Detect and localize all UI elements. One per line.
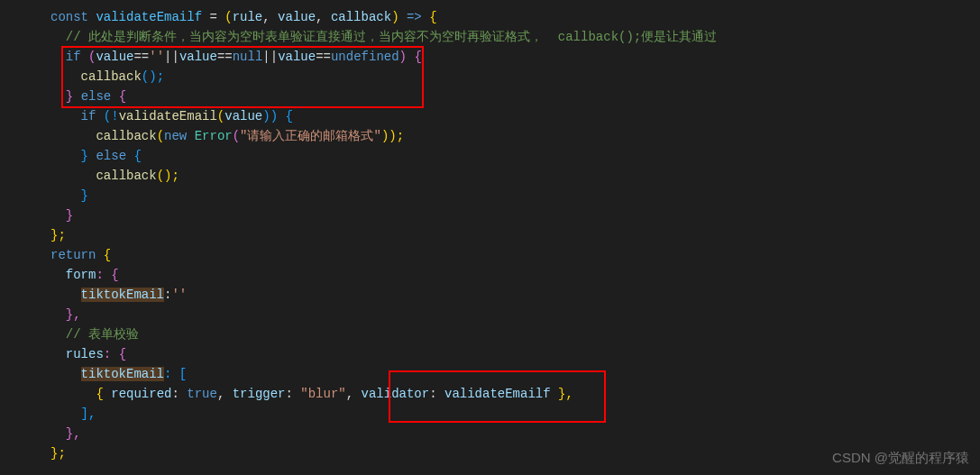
code-line: if (value==''||value==null||value==undef…: [50, 47, 980, 67]
code-line: ],: [50, 404, 980, 424]
code-line: }: [50, 186, 980, 206]
code-line: callback();: [50, 67, 980, 87]
code-line: } else {: [50, 146, 980, 166]
watermark: CSDN @觉醒的程序猿: [832, 448, 969, 468]
code-line: },: [50, 305, 980, 324]
code-line: tiktokEmail: [: [50, 364, 980, 384]
code-line: }: [50, 206, 980, 225]
code-line: };: [50, 225, 980, 245]
code-line: tiktokEmail:'': [50, 285, 980, 305]
code-line: callback(new Error("请输入正确的邮箱格式"));: [50, 126, 980, 146]
code-line: // 表单校验: [50, 324, 980, 344]
code-line: if (!validateEmail(value)) {: [50, 106, 980, 126]
code-line: { required: true, trigger: "blur", valid…: [50, 384, 980, 404]
code-line: } else {: [50, 87, 980, 106]
code-line: rules: {: [50, 344, 980, 364]
code-line: // 此处是判断条件，当内容为空时表单验证直接通过，当内容不为空时再验证格式， …: [50, 27, 980, 47]
code-editor[interactable]: const validateEmailf = (rule, value, cal…: [0, 0, 980, 463]
code-line: },: [50, 424, 980, 443]
code-line: callback();: [50, 166, 980, 186]
code-line: return {: [50, 245, 980, 265]
code-line: const validateEmailf = (rule, value, cal…: [50, 7, 980, 27]
code-line: form: {: [50, 265, 980, 285]
